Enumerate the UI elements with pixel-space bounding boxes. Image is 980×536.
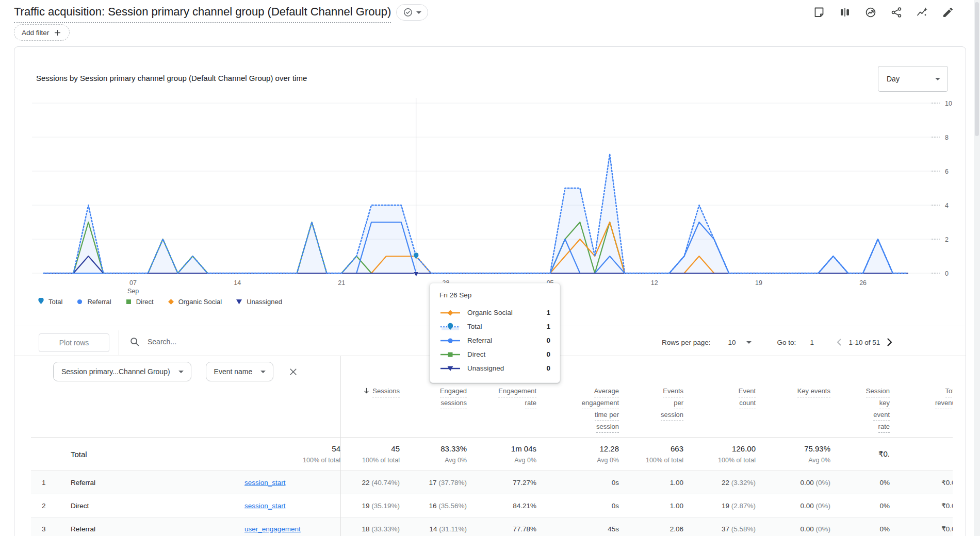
- event-name-link[interactable]: session_start: [244, 479, 286, 487]
- triangle-marker-icon: [235, 298, 243, 306]
- event-name-link[interactable]: session_start: [244, 502, 286, 510]
- total-metric-subtext: 100% of total: [340, 457, 400, 464]
- metric-value: 14: [429, 525, 437, 533]
- svg-text:10: 10: [945, 100, 952, 107]
- column-header-average-engagement-time-per-session[interactable]: Averageengagementtime persession: [536, 386, 619, 433]
- secondary-dimension-select[interactable]: Event name: [206, 362, 274, 381]
- add-filter-button[interactable]: Add filter: [14, 24, 70, 41]
- share-icon[interactable]: [890, 6, 903, 19]
- total-metric-cell: 1m 04sAvg 0%: [467, 444, 536, 464]
- svg-text:19: 19: [755, 279, 762, 287]
- header-word: sessions: [440, 397, 467, 409]
- chart-tooltip: Fri 26 Sep Organic Social1Total1Referral…: [430, 283, 560, 383]
- total-metric-value: 663: [619, 444, 683, 453]
- header-word: Sessions: [372, 386, 400, 397]
- column-header-total-revenue[interactable]: Totalrevenue: [890, 386, 953, 433]
- trending-circle-icon[interactable]: [864, 6, 877, 19]
- edit-icon[interactable]: [942, 6, 954, 19]
- total-metric-subtext: Avg 0%: [756, 457, 830, 464]
- event-name-cell: session_start: [232, 502, 340, 510]
- tooltip-series-name: Total: [467, 323, 482, 330]
- column-header-sessions[interactable]: Sessions: [340, 386, 400, 433]
- total-metric-subtext: Avg 0%: [400, 457, 467, 464]
- event-name-link[interactable]: user_engagement: [244, 525, 301, 533]
- channel-group-cell: Referral: [62, 525, 232, 533]
- metric-cell: 0.00 (0%): [756, 502, 830, 510]
- total-metric-subtext: Avg 0%: [467, 457, 536, 464]
- pin-marker-icon: [37, 298, 45, 306]
- insights-icon[interactable]: [916, 6, 928, 19]
- goto-page-input[interactable]: [803, 339, 821, 346]
- metric-value: 0.00: [800, 525, 813, 533]
- selected-point-unassigned-marker: [413, 272, 419, 277]
- total-metric-cell: 663100% of total: [619, 444, 683, 464]
- metric-cell: 16 (35.56%): [400, 502, 467, 510]
- plus-icon: [53, 28, 62, 37]
- header-word: time per: [595, 409, 619, 421]
- metric-value: 0%: [879, 525, 890, 533]
- row-number: 2: [31, 502, 62, 510]
- header-word: Engagement: [498, 386, 536, 397]
- metric-value: 1.00: [670, 479, 683, 487]
- metric-value: 84.21%: [513, 502, 536, 510]
- header-word: Key events: [797, 386, 830, 397]
- total-metric-cell: 12.28Avg 0%: [536, 444, 619, 464]
- diamond-series-glyph: [439, 309, 461, 317]
- column-header-engagement-rate[interactable]: Engagementrate: [467, 386, 536, 433]
- column-header-session-key-event-rate[interactable]: Sessionkeyeventrate: [830, 386, 890, 433]
- header-word: Total: [945, 386, 953, 397]
- legend-label: Unassigned: [247, 298, 282, 306]
- metric-percent: (3.32%): [729, 479, 756, 487]
- tooltip-series-name: Referral: [467, 337, 492, 344]
- svg-text:21: 21: [338, 279, 345, 287]
- metric-value: 37: [722, 525, 729, 533]
- column-header-event-count[interactable]: Eventcount: [683, 386, 756, 433]
- metric-cell: 0.00 (0%): [756, 525, 830, 533]
- svg-text:6: 6: [945, 168, 949, 175]
- svg-text:26: 26: [859, 279, 867, 287]
- total-metric-subtext: 100% of total: [683, 457, 756, 464]
- legend-item-total: Total: [37, 298, 62, 306]
- primary-dimension-select[interactable]: Session primary...Channel Group): [53, 362, 191, 381]
- metric-percent: (37.78%): [436, 479, 467, 487]
- table-total-row: Total54100% of total45100% of total83.33…: [31, 437, 953, 471]
- metric-value: 1.00: [670, 502, 683, 510]
- report-status-badge[interactable]: [396, 4, 428, 21]
- interval-select[interactable]: Day: [878, 66, 948, 92]
- metric-percent: (35.56%): [436, 502, 467, 510]
- add-filter-label: Add filter: [22, 29, 49, 37]
- column-header-engaged-sessions[interactable]: Engagedsessions: [400, 386, 467, 433]
- metric-value: 0%: [879, 479, 890, 487]
- comparison-icon[interactable]: [839, 6, 851, 19]
- metric-cell: 77.78%: [467, 525, 536, 533]
- channel-group-cell: Referral: [62, 479, 232, 487]
- tooltip-series-value: 0: [546, 337, 550, 344]
- page-scrollbar[interactable]: [974, 0, 980, 536]
- tooltip-row-direct: Direct0: [439, 347, 550, 361]
- column-header-events-per-session[interactable]: Eventspersession: [619, 386, 683, 433]
- svg-text:0: 0: [945, 270, 949, 277]
- metric-value: 0s: [612, 502, 619, 510]
- tooltip-series-value: 1: [546, 323, 550, 330]
- metric-cell: 22 (3.32%): [683, 479, 756, 487]
- search-input[interactable]: [148, 338, 302, 346]
- close-icon[interactable]: [288, 366, 299, 377]
- total-metric-value: 54: [232, 444, 340, 453]
- event-name-cell: session_start: [232, 479, 340, 487]
- header-word: session: [661, 409, 683, 421]
- rows-per-page-select[interactable]: 10: [728, 339, 752, 346]
- square-marker-icon: [125, 298, 133, 306]
- metric-value: 45s: [608, 525, 619, 533]
- pin-series-glyph: [439, 323, 461, 331]
- column-header-key-events[interactable]: Key events: [756, 386, 830, 433]
- note-icon[interactable]: [813, 6, 825, 19]
- chevron-right-icon[interactable]: [883, 336, 895, 348]
- chart-title: Sessions by Session primary channel grou…: [36, 74, 307, 82]
- tooltip-row-unassigned: Unassigned0: [439, 361, 550, 375]
- scrollbar-thumb[interactable]: [975, 2, 979, 136]
- plot-rows-button[interactable]: Plot rows: [39, 333, 109, 352]
- svg-text:14: 14: [234, 279, 241, 287]
- chevron-left-icon[interactable]: [833, 336, 845, 348]
- total-metric-value: 12.28: [536, 444, 619, 453]
- table-body: 1Referralsession_start22 (40.74%)17 (37.…: [31, 471, 953, 536]
